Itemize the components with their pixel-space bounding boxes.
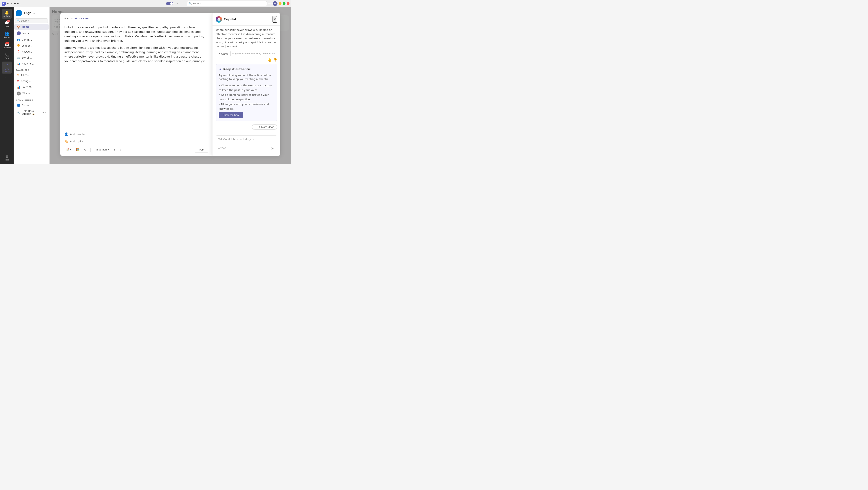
title-bar-actions: ··· MK [269,1,289,6]
panel-item-helpdesk[interactable]: 🔧 Help Desk Support 🔒 20+ [14,108,49,117]
sidebar-item-teams[interactable]: 👥 Teams [2,30,12,40]
post-as-name[interactable]: Mona Kane [74,17,89,20]
user-avatar[interactable]: MK [273,1,277,6]
women-avatar: W [17,92,21,96]
panel-item-all-co[interactable]: ⊕ All co... [14,72,49,78]
more-ideas-icon: ✦ [255,126,257,129]
panel-item-giving[interactable]: ❤️ Giving... [14,78,49,84]
nav-buttons: ‹ › [175,1,185,6]
favorites-section-title: Favorites [13,67,50,72]
post-as-text: Post as: [64,17,74,20]
sidebar-label-calendar: Calendar [3,47,11,49]
panel-item-women[interactable]: W Wome... [14,90,49,97]
more-options-icon[interactable]: ··· [269,2,272,5]
card-header: ✦ Keep it authentic [219,67,274,71]
bold-label: B [114,148,116,151]
communities-section-title: Communities [13,97,50,102]
panel-item-label-communities: Comm... [22,38,32,41]
feedback-buttons: 👍 👎 [268,58,277,62]
analytics-icon: 📊 [17,62,20,65]
panel-item-label-women: Wome... [22,92,32,95]
sidebar-item-chat[interactable]: 💬 1 Chat [2,20,12,29]
panel-item-label-storylines: Storyli... [22,56,32,59]
panel-item-label-giving: Giving... [21,80,31,83]
sidebar-item-activity[interactable]: 🔔 Activity [2,9,12,19]
sidebar-item-viva-engage[interactable]: ⊕ Viva Engage [2,62,12,73]
panel-item-communities[interactable]: 👥 Comm... [14,37,49,42]
global-search-bar[interactable]: 🔍 Search [187,1,267,6]
more-ideas-button[interactable]: ✦ ✦ More ideas [252,124,277,130]
panel-item-storylines[interactable]: 📖 Storyli... [14,55,49,61]
toolbar-divider [90,148,91,152]
mona-avatar: M [17,31,21,35]
panel-item-home[interactable]: 🏠 Home [14,24,49,30]
copilot-header: Copilot × [213,13,280,26]
checkmark-icon: ✓ [218,52,220,55]
new-teams-toggle[interactable] [166,2,173,5]
show-me-how-button[interactable]: Show me how [219,112,243,118]
italic-button[interactable]: I [119,147,123,152]
add-topics-row[interactable]: 🏷️ Add topics [64,138,208,145]
copilot-svg [217,18,221,21]
add-topics-label: Add topics [70,140,84,143]
answers-icon: ❓ [17,50,20,53]
chat-icon: 💬 1 [4,21,9,25]
post-editor: Post as: Mona Kane Unlock the secrets of… [60,13,212,156]
copilot-title: Copilot [224,18,237,21]
panel-item-answers[interactable]: ❓ Answe... [14,49,49,55]
added-button[interactable]: ✓ Added [216,51,231,56]
bold-button[interactable]: B [112,147,117,152]
close-button[interactable] [287,2,289,5]
maximize-button[interactable] [283,2,285,5]
image-button[interactable]: 🖼️ [74,147,81,152]
sidebar-item-more[interactable]: ··· [2,74,12,81]
forward-button[interactable]: › [181,1,185,6]
paragraph-chevron: ▾ [107,148,109,151]
post-body[interactable]: Unlock the secrets of impactful mentors … [60,22,212,129]
app-logo: T [2,2,6,6]
sidebar-item-apps[interactable]: ⊞ Apps [2,153,12,162]
panel-title: Enga... [24,11,35,14]
thumbs-down-button[interactable]: 👎 [273,58,277,62]
post-paragraph-1: Unlock the secrets of impactful mentors … [64,25,208,43]
keep-authentic-card: ✦ Keep it authentic Try employing some o… [216,64,277,121]
sidebar-item-calendar[interactable]: 📅 Calendar [2,40,12,50]
post-button[interactable]: Post [195,147,208,153]
search-placeholder: Search [193,2,201,5]
panel-item-conne[interactable]: 🔵 Conne... [14,102,49,108]
copilot-input[interactable] [218,138,275,144]
copilot-close-button[interactable]: × [273,16,277,23]
storylines-icon: 📖 [17,56,20,59]
sidebar-label-chat: Chat [5,26,9,28]
home-icon: 🏠 [17,25,20,29]
left-panel: Enga... 🔍 Search 🏠 Home M Mona ... 👥 Com… [13,7,50,164]
panel-item-sales[interactable]: 📊 Sales M... [14,84,49,90]
send-button[interactable]: ➤ [270,146,275,151]
sparkle-icon: ✦ [219,67,222,71]
panel-item-label-analytics: Analytic... [22,62,34,65]
leadership-icon: 🏆 [17,44,20,47]
more-ideas-label: ✦ More ideas [258,126,274,129]
back-button[interactable]: ‹ [175,1,180,6]
sidebar-item-calls[interactable]: 📞 Calls [2,51,12,61]
paragraph-button[interactable]: Paragraph ▾ [93,147,111,152]
more-toolbar-button[interactable]: ··· [124,147,130,152]
copilot-input-box: 0/2000 ➤ [216,135,277,153]
add-people-row[interactable]: 👤 Add people [64,131,208,138]
sidebar-label-teams: Teams [4,36,9,39]
panel-item-leadership[interactable]: 🏆 Leader... [14,43,49,48]
right-content: Home engage with people across... Expres… [50,7,291,164]
edit-button[interactable]: 📝 ▾ [64,147,73,152]
panel-item-analytics[interactable]: 📊 Analytic... [14,61,49,67]
panel-item-mona[interactable]: M Mona ... [14,30,49,37]
minimize-button[interactable] [279,2,281,5]
italic-label: I [120,148,121,151]
panel-search[interactable]: 🔍 Search [15,19,48,23]
tip-1: Change some of the words or structure to… [219,83,274,93]
emoji-button[interactable]: ⊙ [83,147,88,152]
thumbs-up-button[interactable]: 👍 [268,58,272,62]
card-title: Keep it authentic [223,68,250,71]
emoji-icon: ⊙ [84,148,86,151]
panel-header: Enga... [13,9,50,18]
sidebar-label-apps: Apps [5,159,9,161]
